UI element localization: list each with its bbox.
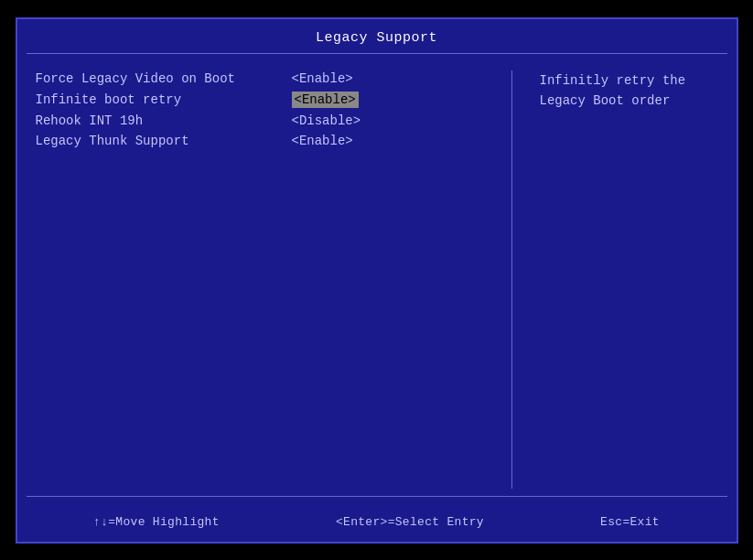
right-panel: Infinitly retry the Legacy Boot order	[522, 70, 718, 489]
menu-row-3[interactable]: Legacy Thunk Support <Enable>	[36, 133, 484, 149]
menu-label-2: Rehook INT 19h	[36, 113, 292, 128]
footer-navigate: ↑↓=Move Highlight	[93, 515, 220, 529]
bottom-section: ↑↓=Move Highlight <Enter>=Select Entry E…	[17, 489, 737, 542]
window-title: Legacy Support	[316, 30, 437, 46]
footer: ↑↓=Move Highlight <Enter>=Select Entry E…	[17, 506, 737, 542]
vertical-divider	[511, 70, 512, 489]
help-line-1: Infinitly retry the	[540, 70, 718, 91]
left-panel: Force Legacy Video on Boot <Enable> Infi…	[36, 70, 502, 489]
footer-select: <Enter>=Select Entry	[336, 515, 484, 529]
menu-value-1: <Enable>	[292, 92, 359, 108]
menu-label-0: Force Legacy Video on Boot	[36, 71, 292, 86]
help-line-2: Legacy Boot order	[540, 91, 718, 111]
menu-value-3: <Enable>	[292, 134, 353, 148]
footer-exit: Esc=Exit	[600, 515, 660, 529]
bottom-separator	[27, 496, 727, 497]
menu-row-1[interactable]: Infinite boot retry <Enable>	[36, 91, 484, 109]
menu-value-0: <Enable>	[292, 71, 353, 86]
title-bar: Legacy Support	[17, 19, 737, 53]
menu-row-0[interactable]: Force Legacy Video on Boot <Enable>	[36, 70, 484, 87]
menu-label-1: Infinite boot retry	[36, 92, 292, 107]
menu-row-2[interactable]: Rehook INT 19h <Disable>	[36, 113, 484, 129]
menu-value-2: <Disable>	[292, 113, 361, 128]
main-content: Force Legacy Video on Boot <Enable> Infi…	[17, 54, 737, 489]
bios-window: Legacy Support Force Legacy Video on Boo…	[16, 17, 738, 544]
menu-label-3: Legacy Thunk Support	[36, 134, 292, 148]
